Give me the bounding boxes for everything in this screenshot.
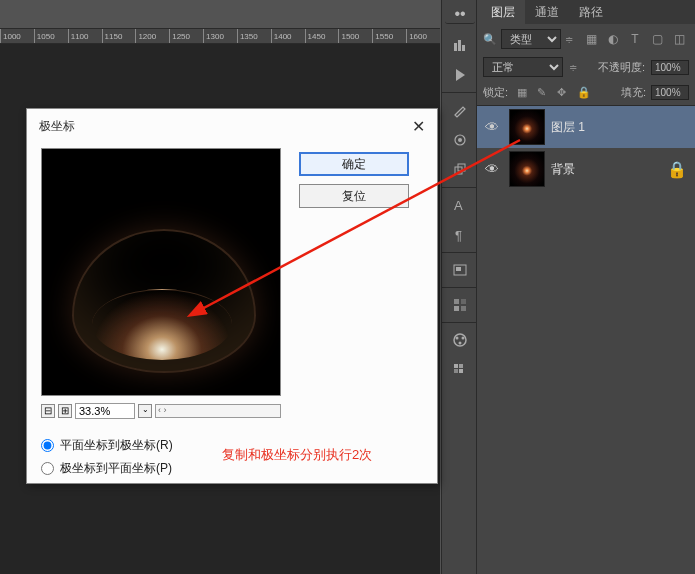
svg-rect-20 [459,364,463,368]
layer-name[interactable]: 背景 [551,161,575,178]
swatches-panel-icon[interactable] [445,292,475,318]
svg-rect-19 [454,364,458,368]
svg-point-18 [459,342,462,345]
ruler-mark: 1350 [237,29,271,43]
fill-value[interactable]: 100% [651,85,689,100]
layer-name[interactable]: 图层 1 [551,119,585,136]
layer-thumbnail[interactable] [509,109,545,145]
clone-source-icon[interactable] [445,157,475,183]
tab-channels[interactable]: 通道 [525,0,569,24]
zoom-in-button[interactable]: ⊞ [58,404,72,418]
layers-panel: 图层 通道 路径 🔍 类型 ≑ ▦ ◐ T ▢ ◫ 正常 ≑ 不透明度: 100… [477,0,695,574]
lock-icon: 🔒 [667,160,687,179]
horizontal-ruler: 1000 1050 1100 1150 1200 1250 1300 1350 … [0,28,440,44]
svg-point-4 [458,138,462,142]
tab-paths[interactable]: 路径 [569,0,613,24]
radio-label: 平面坐标到极坐标(R) [60,437,173,454]
layer-filter-select[interactable]: 类型 [501,29,561,49]
zoom-dropdown-icon[interactable]: ⌄ [138,404,152,418]
radio-input[interactable] [41,462,54,475]
collapsed-panels-bar: •• A ¶ [441,0,477,574]
svg-rect-11 [454,299,459,304]
reset-button[interactable]: 复位 [299,184,409,208]
history-panel-icon[interactable] [445,32,475,58]
ruler-mark: 1250 [169,29,203,43]
svg-rect-22 [459,369,463,373]
type-layer-filter-icon[interactable]: T [627,31,643,47]
svg-text:¶: ¶ [455,228,462,243]
lock-position-icon[interactable]: ✥ [557,86,571,100]
ruler-mark: 1600 [406,29,440,43]
svg-rect-12 [461,299,466,304]
svg-rect-2 [462,45,465,51]
visibility-eye-icon[interactable]: 👁 [481,119,503,135]
styles-panel-icon[interactable] [445,357,475,383]
ruler-mark: 1500 [338,29,372,43]
ruler-mark: 1050 [34,29,68,43]
ruler-mark: 1550 [372,29,406,43]
zoom-out-button[interactable]: ⊟ [41,404,55,418]
lock-all-icon[interactable]: 🔒 [577,86,591,100]
ruler-mark: 1400 [271,29,305,43]
fill-label: 填充: [621,85,646,100]
nav-panel-icon[interactable] [445,257,475,283]
ruler-mark: 1100 [68,29,102,43]
panel-tabs: 图层 通道 路径 [481,0,695,24]
lock-transparency-icon[interactable]: ▦ [517,86,531,100]
opacity-label: 不透明度: [598,60,645,75]
svg-text:A: A [454,198,463,213]
opacity-value[interactable]: 100% [651,60,689,75]
svg-rect-21 [454,369,458,373]
ok-button[interactable]: 确定 [299,152,409,176]
character-panel-icon[interactable]: A [445,192,475,218]
tab-layers[interactable]: 图层 [481,0,525,24]
svg-rect-14 [461,306,466,311]
brush-presets-icon[interactable] [445,127,475,153]
svg-point-17 [462,337,465,340]
brush-panel-icon[interactable] [445,97,475,123]
close-icon[interactable]: ✕ [412,117,425,136]
radio-label: 极坐标到平面坐标(P) [60,460,172,477]
preview-scrollbar[interactable] [155,404,281,418]
dialog-title: 极坐标 [39,118,75,135]
lock-paint-icon[interactable]: ✎ [537,86,551,100]
layer-list: 👁 图层 1 👁 背景 🔒 [477,106,695,190]
play-icon[interactable] [445,62,475,88]
polar-coordinates-dialog: 极坐标 ✕ ⊟ ⊞ 33.3% ⌄ 确定 复位 平面坐标到 [26,108,438,484]
pixel-layer-filter-icon[interactable]: ▦ [583,31,599,47]
svg-point-16 [456,337,459,340]
ruler-mark: 1200 [135,29,169,43]
svg-rect-13 [454,306,459,311]
svg-rect-0 [454,43,457,51]
ruler-mark: 1450 [305,29,339,43]
smart-object-filter-icon[interactable]: ◫ [671,31,687,47]
radio-input[interactable] [41,439,54,452]
shape-layer-filter-icon[interactable]: ▢ [649,31,665,47]
svg-rect-1 [458,40,461,51]
paragraph-panel-icon[interactable]: ¶ [445,222,475,248]
filter-preview[interactable] [41,148,281,396]
zoom-value[interactable]: 33.3% [75,403,135,419]
search-icon: 🔍 [483,33,497,46]
panel-handle-icon[interactable]: •• [445,4,475,24]
layer-row[interactable]: 👁 图层 1 [477,106,695,148]
color-panel-icon[interactable] [445,327,475,353]
svg-rect-10 [456,267,461,271]
layer-row[interactable]: 👁 背景 🔒 [477,148,695,190]
ruler-mark: 1000 [0,29,34,43]
lock-label: 锁定: [483,85,508,100]
visibility-eye-icon[interactable]: 👁 [481,161,503,177]
layer-thumbnail[interactable] [509,151,545,187]
ruler-mark: 1300 [203,29,237,43]
blend-mode-select[interactable]: 正常 [483,57,563,77]
adjustment-layer-filter-icon[interactable]: ◐ [605,31,621,47]
ruler-mark: 1150 [102,29,136,43]
annotation-text: 复制和极坐标分别执行2次 [222,446,372,464]
